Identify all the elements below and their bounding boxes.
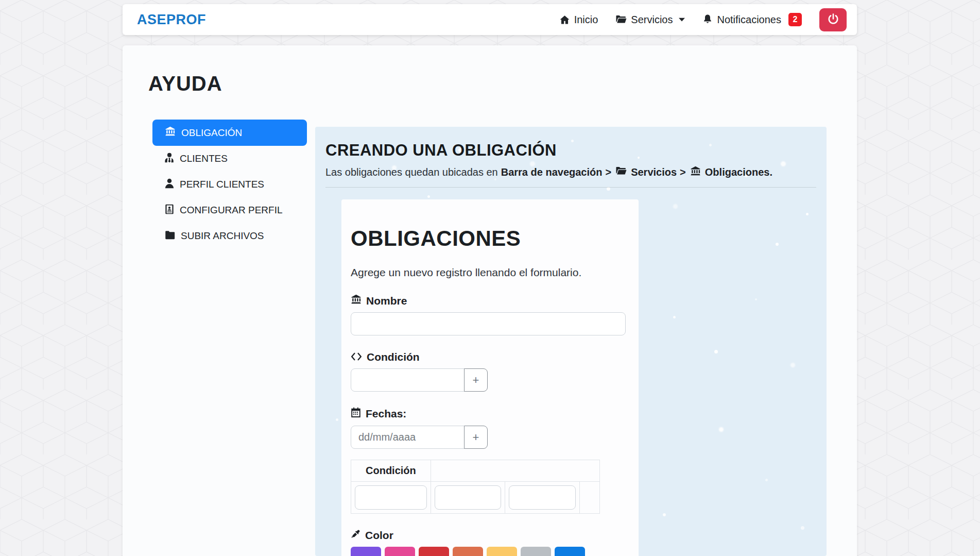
brand-logo[interactable]: ASEPROF [137, 12, 206, 28]
help-panel: CREANDO UNA OBLIGACIÓN Las obligaciones … [315, 127, 827, 556]
folder-open-icon [614, 166, 628, 179]
condition-cell-input-1[interactable] [355, 485, 427, 510]
breadcrumb-text: Las obligaciones quedan ubicadas en [325, 166, 498, 178]
home-icon [559, 14, 570, 25]
obligaciones-form-card: OBLIGACIONES Agrege un nuevo registro ll… [341, 199, 639, 556]
content-card: AYUDA OBLIGACIÓN CLIENTES PERFIL CLIENTE… [123, 45, 857, 556]
nav-item-label: Inicio [574, 14, 598, 26]
landmark-icon [689, 166, 702, 179]
top-navbar: ASEPROF Inicio Servicios Notificaciones … [123, 4, 857, 35]
sidebar-item-obligacion[interactable]: OBLIGACIÓN [152, 120, 307, 146]
form-subtitle: Agrege un nuevo registro llenando el for… [351, 266, 626, 279]
folder-open-icon [615, 14, 627, 25]
condition-table-header-empty [431, 460, 599, 482]
sidebar-item-label: OBLIGACIÓN [181, 127, 242, 139]
color-swatch-6[interactable] [521, 547, 551, 556]
condition-table-header: Condición [351, 460, 431, 482]
condicion-label-text: Condición [367, 351, 420, 363]
address-card-icon [165, 204, 174, 217]
color-swatch-1[interactable] [351, 547, 381, 556]
color-swatches [351, 547, 626, 556]
sidebar-item-label: CLIENTES [180, 153, 228, 164]
nav-item-label: Notificaciones [717, 14, 781, 26]
fechas-input-group: + [351, 426, 488, 449]
breadcrumb-obligaciones: Obligaciones. [705, 166, 772, 178]
condicion-input[interactable] [351, 368, 465, 392]
fechas-label: Fechas: [351, 407, 626, 420]
page-title: AYUDA [148, 72, 222, 95]
breadcrumb: Las obligaciones quedan ubicadas en Barr… [325, 166, 816, 179]
user-tie-icon [165, 153, 174, 165]
condicion-input-group: + [351, 368, 488, 392]
sidebar-item-subir-archivos[interactable]: SUBIR ARCHIVOS [152, 223, 307, 249]
nombre-label: Nombre [351, 294, 626, 307]
color-swatch-7[interactable] [555, 547, 585, 556]
sidebar-item-configurar-perfil[interactable]: CONFIGURAR PERFIL [152, 197, 307, 223]
condition-cell-input-3[interactable] [509, 485, 576, 510]
condition-table-row [351, 482, 600, 514]
nav-item-inicio[interactable]: Inicio [559, 14, 598, 26]
sidebar-item-label: PERFIL CLIENTES [180, 179, 264, 190]
color-swatch-4[interactable] [453, 547, 483, 556]
condition-table: Condición [351, 460, 600, 514]
nav-item-label: Servicios [631, 14, 673, 26]
code-icon [351, 351, 362, 363]
eyedropper-icon [351, 529, 360, 542]
form-title: OBLIGACIONES [351, 226, 626, 251]
nombre-input[interactable] [351, 312, 626, 335]
divider [325, 187, 816, 188]
nav-item-notificaciones[interactable]: Notificaciones 2 [702, 13, 802, 26]
nav-item-servicios[interactable]: Servicios [615, 14, 685, 26]
sidebar-item-clientes[interactable]: CLIENTES [152, 146, 307, 172]
color-swatch-2[interactable] [385, 547, 415, 556]
landmark-icon [165, 126, 176, 139]
add-condicion-button[interactable]: + [464, 368, 488, 392]
breadcrumb-nav: Barra de navegación [501, 166, 603, 178]
breadcrumb-servicios: Servicios [631, 166, 677, 178]
condition-cell-empty [580, 482, 600, 514]
fechas-label-text: Fechas: [366, 408, 406, 420]
user-icon [165, 178, 174, 191]
sidebar-item-label: SUBIR ARCHIVOS [181, 230, 264, 242]
breadcrumb-separator: > [680, 166, 686, 178]
color-swatch-3[interactable] [419, 547, 449, 556]
fecha-input[interactable] [351, 426, 465, 449]
sidebar-item-perfil-clientes[interactable]: PERFIL CLIENTES [152, 172, 307, 197]
sidebar-item-label: CONFIGURAR PERFIL [180, 205, 283, 216]
nombre-label-text: Nombre [366, 295, 407, 307]
calendar-icon [351, 407, 361, 420]
logout-power-button[interactable] [819, 8, 847, 31]
section-heading: CREANDO UNA OBLIGACIÓN [325, 141, 816, 160]
condicion-label: Condición [351, 351, 626, 363]
color-label-text: Color [365, 529, 393, 542]
chevron-down-icon [679, 18, 685, 22]
condition-cell-input-2[interactable] [435, 485, 502, 510]
color-label: Color [351, 529, 626, 542]
breadcrumb-separator: > [605, 166, 611, 178]
color-swatch-5[interactable] [487, 547, 517, 556]
notification-badge: 2 [788, 13, 802, 26]
add-fecha-button[interactable]: + [464, 426, 488, 449]
power-icon [827, 13, 839, 27]
help-sidebar: OBLIGACIÓN CLIENTES PERFIL CLIENTES CONF… [152, 120, 307, 249]
folder-icon [165, 230, 175, 242]
landmark-icon [351, 294, 362, 307]
navbar-links: Inicio Servicios Notificaciones 2 [559, 8, 857, 31]
bell-icon [702, 14, 713, 25]
